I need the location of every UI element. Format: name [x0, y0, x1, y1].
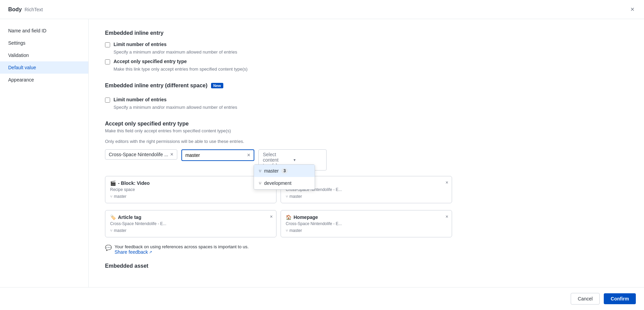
modal-body: Name and field ID Settings Validation De… — [0, 19, 644, 287]
card-homepage: 🏠 Homepage Cross-Space Nintendolife - E.… — [281, 210, 452, 237]
dropdown-master-label: master — [264, 168, 279, 174]
sidebar-item-settings[interactable]: Settings — [0, 37, 88, 49]
dropdown-development-label: development — [264, 180, 291, 186]
main-content: Embedded inline entry Limit number of en… — [89, 19, 644, 287]
modal-footer: Cancel Confirm — [0, 287, 644, 310]
card-block-video-title: - Block: Video — [118, 180, 150, 186]
diff-limit-entries-row: Limit number of entries — [105, 97, 628, 103]
card-block-video-emoji: 🎬 — [110, 180, 116, 186]
diff-limit-entries-checkbox[interactable] — [105, 98, 110, 103]
feedback-icon: 💬 — [105, 245, 112, 251]
field-type: RichText — [25, 7, 43, 12]
branch-icon-master: ⑂ — [259, 168, 261, 174]
embedded-inline-entry-section: Embedded inline entry Limit number of en… — [105, 30, 628, 72]
space-tag-input: Cross-Space Nintendolife ... × — [105, 149, 177, 160]
master-count-badge: 3 — [281, 168, 288, 174]
sidebar-item-default-value[interactable]: Default value — [0, 61, 88, 74]
confirm-button[interactable]: Confirm — [604, 293, 636, 304]
accept-entry-type-label: Accept only specified entry type — [114, 59, 187, 64]
sidebar-item-validation[interactable]: Validation — [0, 49, 88, 61]
field-name: Body — [8, 6, 22, 13]
card-block-video: 🎬 - Block: Video Recipe space ⑂ master × — [105, 176, 276, 203]
external-link-icon: ↗ — [149, 250, 152, 254]
card-article-tag-emoji: 🏷️ — [110, 215, 116, 220]
modal-header: Body RichText × — [0, 0, 644, 19]
cards-grid-1: 🎬 - Block: Video Recipe space ⑂ master × — [105, 176, 628, 203]
card-homepage-header: 🏠 Homepage — [286, 215, 447, 220]
diff-limit-entries-helper: Specify a minimum and/or maximum allowed… — [114, 105, 628, 110]
limit-entries-checkbox[interactable] — [105, 42, 110, 47]
card-article-tag: 🏷️ Article tag Cross-Space Nintendolife … — [105, 210, 276, 237]
card-article-remove-button[interactable]: × — [446, 180, 448, 185]
limit-entries-label: Limit number of entries — [114, 42, 167, 47]
diff-section-header: Embedded inline entry (different space) … — [105, 83, 628, 89]
embedded-inline-diff-title: Embedded inline entry (different space) — [105, 83, 208, 89]
card-block-video-env: ⑂ master — [110, 194, 271, 199]
limit-entries-helper: Specify a minimum and/or maximum allowed… — [114, 49, 628, 55]
feedback-content: Your feedback on using references across… — [115, 244, 249, 255]
cancel-button[interactable]: Cancel — [571, 293, 600, 305]
diff-limit-entries-label: Limit number of entries — [114, 97, 167, 102]
accept-entry-type-checkbox[interactable] — [105, 59, 110, 64]
card-article-tag-header: 🏷️ Article tag — [110, 215, 271, 220]
modal: Body RichText × Name and field ID Settin… — [0, 0, 644, 310]
card-homepage-emoji: 🏠 — [286, 215, 291, 220]
cards-grid-2-empty — [456, 210, 628, 237]
card-homepage-env-label: master — [289, 228, 302, 233]
close-button[interactable]: × — [629, 4, 636, 15]
card-article-tag-env-label: master — [114, 228, 126, 233]
branch-icon-card-homepage: ⑂ — [286, 228, 288, 233]
header-title: Body RichText — [8, 6, 43, 13]
accept-section: Accept only specified entry type Make th… — [105, 121, 628, 237]
branch-icon-card1: ⑂ — [110, 194, 113, 198]
sidebar-item-appearance[interactable]: Appearance — [0, 74, 88, 86]
space-tag-text: Cross-Space Nintendolife ... — [109, 152, 168, 157]
share-feedback-label: Share feedback — [115, 249, 148, 255]
dropdown-item-development[interactable]: ⑂ development — [254, 177, 315, 189]
selectors-row: Cross-Space Nintendolife ... × × ⑂ maste… — [105, 149, 628, 171]
search-env-clear-button[interactable]: × — [247, 152, 250, 158]
search-env-input[interactable] — [185, 152, 245, 158]
branch-icon-card-tag: ⑂ — [110, 228, 113, 233]
cards-grid-1-empty — [456, 176, 628, 203]
card-homepage-subtitle: Cross-Space Nintendolife - E... — [286, 221, 447, 226]
card-homepage-title: Homepage — [294, 215, 318, 220]
card-article-tag-subtitle: Cross-Space Nintendolife - E... — [110, 221, 271, 226]
card-article-tag-env: ⑂ master — [110, 228, 271, 233]
branch-icon-development: ⑂ — [259, 181, 261, 186]
embedded-inline-entry-title: Embedded inline entry — [105, 30, 628, 36]
card-homepage-env: ⑂ master — [286, 228, 447, 233]
accept-entry-type-row: Accept only specified entry type — [105, 59, 628, 64]
card-homepage-remove-button[interactable]: × — [446, 214, 448, 219]
feedback-section: 💬 Your feedback on using references acro… — [105, 244, 628, 255]
sidebar-item-name-field[interactable]: Name and field ID — [0, 25, 88, 37]
card-article-tag-title: Article tag — [118, 215, 141, 220]
card-article-env: ⑂ master — [286, 194, 447, 199]
cards-grid-2: 🏷️ Article tag Cross-Space Nintendolife … — [105, 210, 628, 237]
limit-entries-row: Limit number of entries — [105, 42, 628, 47]
accept-desc1: Make this field only accept entries from… — [105, 128, 628, 133]
dropdown-item-master[interactable]: ⑂ master 3 — [254, 165, 315, 177]
chevron-down-icon: ▾ — [294, 158, 322, 162]
accept-desc2: Only editors with the right permissions … — [105, 139, 628, 144]
card-block-video-subtitle: Recipe space — [110, 187, 271, 192]
env-dropdown: ⑂ master 3 ⑂ development — [254, 164, 315, 190]
embedded-asset-title: Embedded asset — [105, 263, 628, 269]
card-block-video-header: 🎬 - Block: Video — [110, 180, 271, 186]
embedded-inline-diff-section: Embedded inline entry (different space) … — [105, 83, 628, 110]
space-tag-remove-button[interactable]: × — [170, 152, 173, 157]
share-feedback-link[interactable]: Share feedback ↗ — [115, 249, 152, 255]
feedback-text: Your feedback on using references across… — [115, 244, 249, 249]
card-article-env-label: master — [289, 194, 302, 199]
sidebar: Name and field ID Settings Validation De… — [0, 19, 89, 287]
card-article-tag-remove-button[interactable]: × — [270, 214, 273, 219]
accept-entry-type-helper: Make this link type only accept entries … — [114, 67, 628, 72]
new-badge: New — [211, 83, 224, 88]
branch-icon-card-article: ⑂ — [286, 194, 288, 198]
card-block-video-env-label: master — [114, 194, 126, 199]
accept-title: Accept only specified entry type — [105, 121, 628, 127]
search-env-input-wrap: × ⑂ master 3 ⑂ development — [181, 149, 254, 161]
